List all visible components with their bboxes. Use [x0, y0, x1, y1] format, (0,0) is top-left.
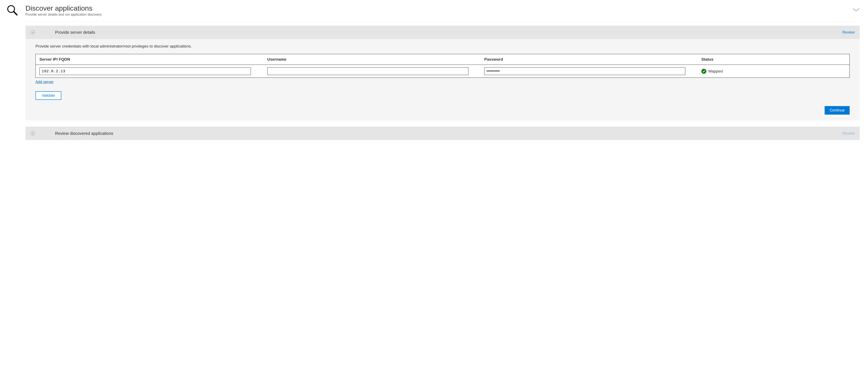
add-server-link[interactable]: Add server [35, 80, 54, 84]
page-title: Discover applications [26, 4, 860, 12]
step-review-header: Review discovered applications Review [26, 127, 860, 140]
step-details-title: Provide server details [55, 30, 842, 35]
check-circle-icon [30, 131, 35, 136]
status-success-icon [701, 69, 706, 74]
step-details-header: Provide server details Review [26, 26, 860, 39]
collapse-chevron-icon[interactable] [852, 8, 860, 12]
svg-line-1 [14, 12, 17, 15]
server-ip-input[interactable] [39, 67, 251, 75]
status-label: Mapped [709, 69, 723, 73]
magnifier-icon [6, 4, 18, 17]
col-header-ip: Server IP/ FQDN [36, 54, 264, 65]
col-header-user: Username [264, 54, 481, 65]
password-input[interactable] [484, 67, 685, 75]
validate-button[interactable]: Validate [35, 91, 61, 100]
step-review-review-link[interactable]: Review [842, 131, 855, 136]
col-header-status: Status [698, 54, 849, 65]
step-details-review-link[interactable]: Review [842, 30, 855, 35]
continue-button[interactable]: Continue [825, 106, 850, 115]
step-review-title: Review discovered applications [55, 131, 842, 136]
instruction-text: Provide server credentials with local ad… [35, 44, 850, 49]
page-subtitle: Provide server details and run applicati… [26, 13, 860, 17]
check-circle-icon [30, 30, 35, 35]
col-header-pass: Password [480, 54, 698, 65]
server-row: Mapped [36, 65, 849, 77]
server-table: Server IP/ FQDN Username Password Status [35, 54, 850, 78]
username-input[interactable] [267, 67, 468, 75]
header-divider [26, 21, 860, 22]
step-details-body: Provide server credentials with local ad… [26, 39, 860, 121]
